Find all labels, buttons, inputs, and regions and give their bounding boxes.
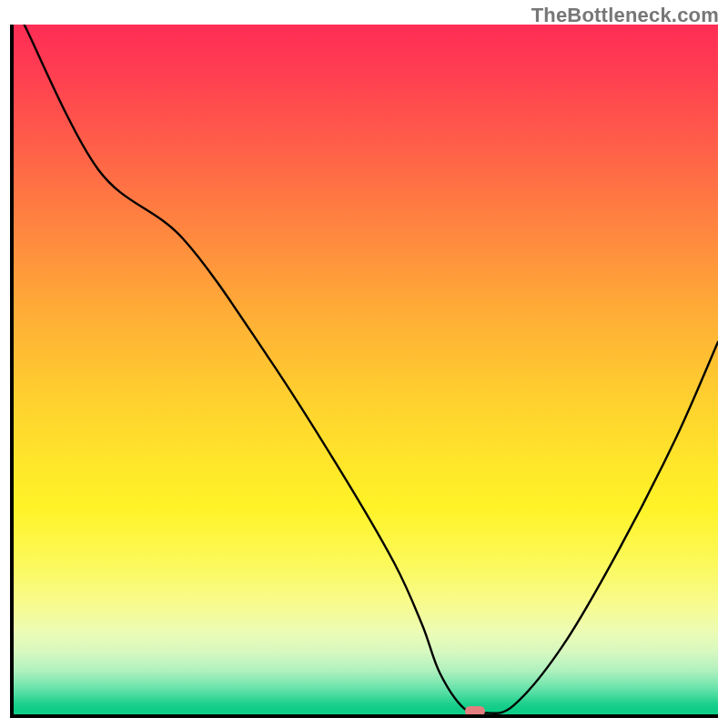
watermark-text: TheBottleneck.com	[531, 4, 719, 27]
axes	[10, 25, 718, 718]
chart-frame: TheBottleneck.com	[0, 0, 728, 728]
